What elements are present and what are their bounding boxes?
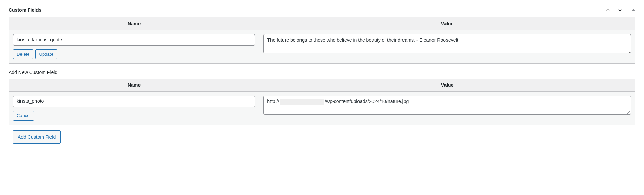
new-field-name-input[interactable] bbox=[13, 96, 255, 107]
add-new-label: Add New Custom Field: bbox=[9, 70, 635, 75]
new-field-value-textarea[interactable]: http:///wp-content/uploads/2024/10/natur… bbox=[263, 96, 631, 115]
column-header-name: Name bbox=[9, 17, 260, 30]
column-header-value: Value bbox=[259, 79, 635, 92]
toggle-panel-icon[interactable] bbox=[631, 9, 635, 11]
field-value-textarea[interactable]: The future belongs to those who believe … bbox=[263, 34, 631, 53]
table-row: Cancel http:///wp-content/uploads/2024/1… bbox=[9, 92, 635, 125]
panel-controls bbox=[605, 7, 635, 13]
column-header-name: Name bbox=[9, 79, 260, 92]
add-custom-field-button[interactable]: Add Custom Field bbox=[13, 130, 61, 144]
field-name-input[interactable] bbox=[13, 34, 255, 46]
url-prefix: http:// bbox=[267, 99, 279, 104]
move-down-icon[interactable] bbox=[617, 7, 623, 13]
delete-button[interactable]: Delete bbox=[13, 49, 33, 59]
move-up-icon[interactable] bbox=[605, 7, 611, 13]
redacted-domain bbox=[280, 99, 324, 105]
update-button[interactable]: Update bbox=[35, 49, 57, 59]
cancel-button[interactable]: Cancel bbox=[13, 111, 34, 121]
panel-title: Custom Fields bbox=[9, 7, 41, 13]
table-row: Delete Update The future belongs to thos… bbox=[9, 30, 635, 64]
column-header-value: Value bbox=[259, 17, 635, 30]
add-new-fields-table: Name Value Cancel http:///wp-content/upl… bbox=[9, 79, 635, 125]
url-suffix: /wp-content/uploads/2024/10/nature.jpg bbox=[325, 99, 409, 104]
existing-fields-table: Name Value Delete Update The future belo… bbox=[9, 17, 635, 64]
